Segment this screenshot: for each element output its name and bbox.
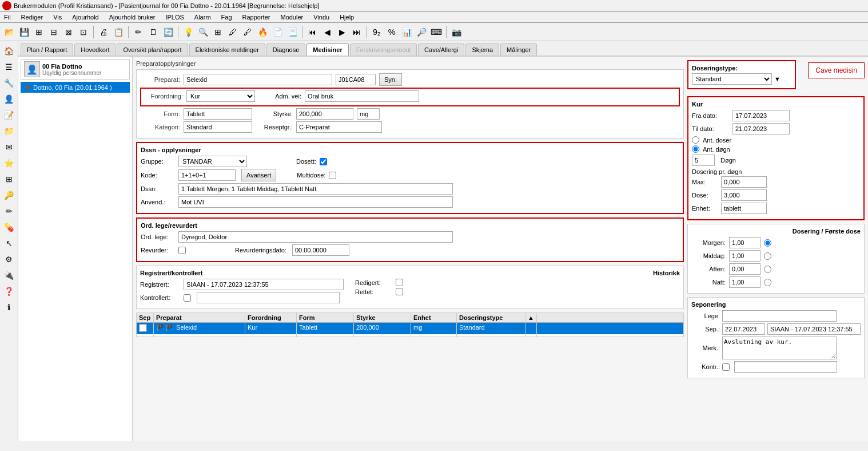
sidebar-gear-icon[interactable]: ⚙: [2, 252, 17, 267]
sep-info-input[interactable]: [767, 323, 861, 335]
menu-rapporter[interactable]: Rapporter: [241, 13, 272, 21]
edit-button[interactable]: ✏: [132, 25, 145, 39]
sidebar-home-icon[interactable]: 🏠: [2, 43, 17, 58]
dssn-input[interactable]: [178, 183, 453, 195]
doc-button[interactable]: 📄: [270, 25, 284, 39]
sidebar-info-icon[interactable]: ℹ: [2, 300, 17, 315]
refresh-button[interactable]: 🔄: [161, 25, 175, 39]
nav-last-button[interactable]: ⏭: [350, 25, 364, 39]
sidebar-note-icon[interactable]: 📝: [2, 108, 17, 122]
forordning-select[interactable]: Kur Fast Behovsmedikament: [186, 90, 255, 102]
ant-dogn-radio[interactable]: [692, 145, 699, 153]
camera-button[interactable]: 📷: [449, 25, 463, 39]
til-dato-input[interactable]: [732, 123, 790, 134]
dosett-checkbox[interactable]: [320, 158, 327, 165]
sep-date-input[interactable]: [722, 323, 765, 335]
tab-elektroniske[interactable]: Elektroniske meldinger: [189, 43, 265, 56]
natt-input[interactable]: [729, 276, 761, 288]
sidebar-chip-icon[interactable]: 🔌: [2, 268, 17, 283]
sidebar-help-icon[interactable]: ❓: [2, 284, 17, 299]
middag-radio[interactable]: [764, 252, 771, 260]
nav-prev-button[interactable]: ◀: [320, 25, 334, 39]
sidebar-star-icon[interactable]: ⭐: [2, 156, 17, 171]
aften-input[interactable]: [729, 263, 761, 275]
kontrollert-input[interactable]: [197, 292, 340, 303]
sidebar-drug-icon[interactable]: 💊: [2, 220, 17, 235]
menu-ajourhold[interactable]: Ajourhold: [70, 13, 100, 21]
morgen-input[interactable]: [729, 237, 761, 248]
sidebar-grid-icon[interactable]: ⊞: [2, 172, 17, 187]
dose-input[interactable]: [721, 189, 767, 201]
note-button[interactable]: 🗒: [146, 25, 160, 39]
save-button[interactable]: 💾: [17, 25, 31, 39]
dogn-value-input[interactable]: [692, 155, 715, 166]
aften-radio[interactable]: [764, 266, 771, 273]
cave-medisin-button[interactable]: Cave medisin: [808, 62, 865, 78]
sidebar-tools-icon[interactable]: 🔧: [2, 76, 17, 90]
tool1-button[interactable]: ⊞: [32, 25, 46, 39]
tab-cave[interactable]: Cave/Allergi: [418, 43, 464, 56]
lege-sep-input[interactable]: [722, 310, 837, 322]
kontr-checkbox[interactable]: [722, 363, 730, 371]
adm-vei-input[interactable]: [305, 90, 419, 102]
sidebar-mail-icon[interactable]: ✉: [2, 140, 17, 155]
syn-button[interactable]: Syn.: [379, 73, 402, 86]
sidebar-list-icon[interactable]: ☰: [2, 60, 17, 74]
sidebar-key-icon[interactable]: 🔑: [2, 188, 17, 203]
max-input[interactable]: [721, 176, 767, 188]
table-row[interactable]: [137, 334, 683, 337]
form-input[interactable]: [184, 108, 252, 120]
sidebar-person-icon[interactable]: 👤: [2, 92, 17, 106]
avansert-button[interactable]: Avansert: [241, 169, 276, 181]
kbd-button[interactable]: ⌨: [429, 25, 443, 39]
styrke-input[interactable]: [296, 108, 353, 120]
light-button[interactable]: 💡: [181, 25, 195, 39]
enhet-input[interactable]: [721, 203, 767, 214]
fire-button[interactable]: 🔥: [256, 25, 269, 39]
num-button[interactable]: 9₂: [370, 25, 384, 39]
chart-button[interactable]: 📊: [400, 25, 413, 39]
menu-fil[interactable]: Fil: [2, 13, 13, 21]
kode-input[interactable]: [178, 169, 236, 181]
tool4-button[interactable]: ⊡: [77, 25, 90, 39]
tab-oversikt[interactable]: Oversikt plan/rapport: [117, 43, 188, 56]
table-row[interactable]: 🏴🏴 Selexid Kur Tablett 200,000 mg Standa…: [137, 323, 683, 334]
redigert-checkbox[interactable]: [396, 279, 403, 286]
menu-hjelp[interactable]: Hjelp: [338, 13, 356, 21]
menu-rediger[interactable]: Rediger: [19, 13, 45, 21]
copy-button[interactable]: 📋: [112, 25, 125, 39]
sidebar-edit-icon[interactable]: ✏: [2, 204, 17, 219]
open-folder-button[interactable]: 📂: [2, 25, 16, 39]
menu-vindu[interactable]: Vindu: [312, 13, 331, 21]
styrke-unit-input[interactable]: [357, 108, 380, 120]
tab-plan-rapport[interactable]: Plan / Rapport: [21, 43, 73, 56]
print-button[interactable]: 🖨: [97, 25, 110, 39]
tab-malinger[interactable]: Målinger: [500, 43, 537, 56]
pencil-button[interactable]: 🖊: [226, 25, 240, 39]
tab-medisiner[interactable]: Medisiner: [306, 43, 348, 56]
percent-button[interactable]: %: [385, 25, 399, 39]
doseringstype-select[interactable]: Standard: [692, 73, 772, 85]
nav-play-button[interactable]: ▶: [335, 25, 349, 39]
middag-input[interactable]: [729, 250, 761, 262]
fra-dato-input[interactable]: [732, 110, 790, 121]
menu-vis[interactable]: Vis: [51, 13, 63, 21]
tool3-button[interactable]: ⊠: [62, 25, 75, 39]
menu-moduler[interactable]: Moduler: [278, 13, 305, 21]
revurder-checkbox[interactable]: [178, 247, 186, 254]
ant-doser-radio[interactable]: [692, 136, 699, 144]
tab-diagnose[interactable]: Diagnose: [266, 43, 305, 56]
search-button[interactable]: 🔍: [196, 25, 210, 39]
zoom-button[interactable]: 🔎: [415, 25, 428, 39]
merk-textarea[interactable]: Avslutning av kur.: [722, 337, 837, 359]
menu-ajourhold-bruker[interactable]: Ajourhold bruker: [107, 13, 157, 21]
rettet-checkbox[interactable]: [396, 288, 403, 295]
gruppe-select[interactable]: STANDAR: [178, 156, 247, 167]
kontrollert-checkbox[interactable]: [184, 294, 191, 302]
doc2-button[interactable]: 📃: [285, 25, 299, 39]
grid-button[interactable]: ⊞: [211, 25, 225, 39]
multidose-checkbox[interactable]: [329, 172, 336, 179]
menu-alarm[interactable]: Alarm: [193, 13, 213, 21]
menu-iplos[interactable]: IPLOS: [164, 13, 185, 21]
sidebar-folder-icon[interactable]: 📁: [2, 124, 17, 139]
